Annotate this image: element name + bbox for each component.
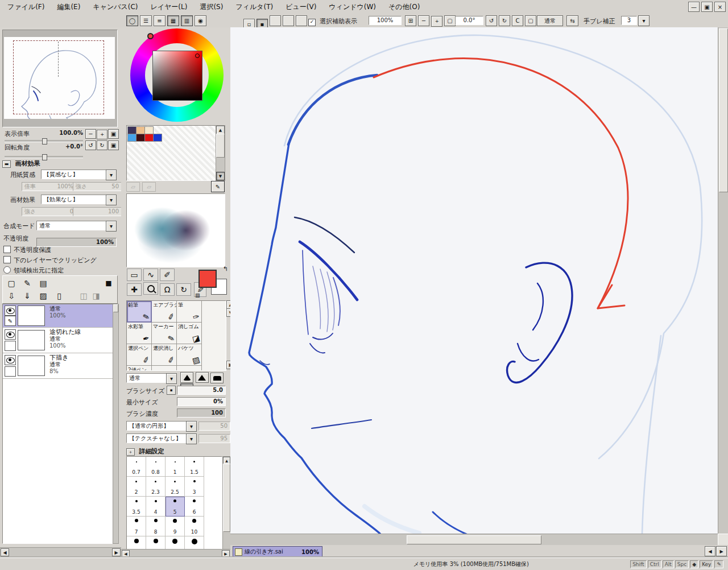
material-effect-select[interactable]: 【効果なし】 bbox=[41, 195, 107, 204]
scroll-right-icon[interactable]: ▶ bbox=[112, 548, 121, 556]
foreground-color-swatch[interactable] bbox=[198, 270, 217, 288]
active-paint-icon[interactable]: ✎ bbox=[5, 316, 16, 326]
hue-marker[interactable] bbox=[147, 33, 154, 39]
nav-angle-slider-thumb[interactable] bbox=[42, 154, 47, 160]
nav-rotate-reset-button[interactable]: ▣ bbox=[108, 141, 119, 150]
restore-button[interactable]: ▣ bbox=[701, 2, 713, 12]
size-5[interactable]: 5 bbox=[166, 497, 185, 517]
view-reset-button[interactable]: ▢ bbox=[525, 15, 536, 26]
zoom-in-button[interactable]: ＋ bbox=[431, 16, 442, 27]
menu-2[interactable]: キャンバス(C) bbox=[86, 0, 144, 14]
view-normal-button[interactable]: 通常 bbox=[537, 15, 563, 26]
delete-layer-button[interactable]: ▯ bbox=[53, 290, 65, 301]
size-3.5[interactable]: 3.5 bbox=[127, 497, 146, 517]
paper-texture-select[interactable]: 【質感なし】 bbox=[41, 170, 107, 179]
min-size-slider[interactable]: 0% bbox=[177, 397, 226, 406]
transparent-color-icon[interactable]: ▨ bbox=[195, 292, 200, 298]
nav-zoom-slider[interactable] bbox=[5, 140, 83, 142]
menu-3[interactable]: レイヤー(L) bbox=[144, 0, 194, 14]
nav-zoom-out-button[interactable]: − bbox=[85, 129, 96, 139]
layer-extra-box[interactable] bbox=[5, 366, 16, 377]
swap-colors-icon[interactable]: ↰ bbox=[223, 265, 228, 272]
expand-icon[interactable]: ＋ bbox=[126, 448, 135, 456]
close-button[interactable]: × bbox=[714, 2, 726, 12]
size-2[interactable]: 2 bbox=[127, 477, 146, 497]
swatch-scroll-up-icon[interactable]: ▲ bbox=[216, 126, 225, 134]
layer-visibility-toggle[interactable] bbox=[5, 305, 16, 316]
hue-wheel[interactable] bbox=[130, 28, 224, 122]
clipping-checkbox[interactable]: 下のレイヤーでクリッピング bbox=[3, 256, 97, 265]
document-tab[interactable]: 線の引き方.sai 100% bbox=[233, 546, 322, 557]
edge-soft-icon[interactable] bbox=[180, 372, 193, 383]
angle-value-field[interactable]: 0.0° bbox=[455, 16, 483, 25]
swatch-prev-button[interactable]: ▱ bbox=[126, 182, 140, 192]
navigator-view-rect[interactable] bbox=[13, 40, 104, 114]
layer-visibility-toggle[interactable] bbox=[5, 329, 16, 340]
hscroll-thumb[interactable] bbox=[407, 535, 541, 544]
nav-rotate-cw-button[interactable]: ↻ bbox=[97, 141, 107, 150]
blend-mode-select[interactable]: 通常 bbox=[36, 221, 108, 230]
layer-list-scroll-thumb[interactable] bbox=[113, 304, 118, 312]
rotate-canvas-tool[interactable]: Ω bbox=[160, 283, 175, 296]
minimize-button[interactable]: — bbox=[688, 2, 700, 12]
brush-mode-dropdown-button[interactable]: ▾ bbox=[166, 373, 177, 384]
sv-marker[interactable] bbox=[195, 53, 200, 58]
brush-鉛筆[interactable]: 鉛筆✎ bbox=[127, 301, 152, 323]
size-6[interactable]: 6 bbox=[185, 497, 204, 517]
nav-zoom-slider-thumb[interactable] bbox=[42, 138, 47, 144]
layer-list-scrollbar[interactable] bbox=[113, 304, 119, 544]
color-swatch[interactable] bbox=[136, 134, 145, 142]
brush-選択ペン[interactable]: 選択ペン✐ bbox=[127, 344, 152, 366]
size-7[interactable]: 7 bbox=[127, 517, 146, 536]
wand-tool[interactable]: ✐ bbox=[160, 269, 175, 281]
material-effect-dropdown-button[interactable]: ▾ bbox=[106, 195, 117, 205]
lasso-tool[interactable]: ∿ bbox=[143, 269, 158, 281]
brush-水彩筆[interactable]: 水彩筆✒ bbox=[127, 323, 152, 344]
selection-source-radio[interactable]: 領域検出元に指定 bbox=[3, 266, 64, 275]
swatch-panel-toggle[interactable]: ▦ bbox=[167, 15, 179, 26]
paper-texture-dropdown-button[interactable]: ▾ bbox=[106, 170, 117, 180]
size-0.7[interactable]: 0.7 bbox=[127, 457, 146, 477]
brush-マーカー[interactable]: マーカー✎ bbox=[152, 323, 177, 344]
layer-thumbnail[interactable] bbox=[18, 305, 45, 326]
nav-rotate-ccw-button[interactable]: ↺ bbox=[85, 141, 96, 150]
flip-view-button[interactable]: ⇆ bbox=[566, 15, 578, 26]
scroll-right-icon[interactable]: ▶ bbox=[222, 550, 230, 557]
brush-消しゴム[interactable]: 消しゴム◪ bbox=[177, 323, 202, 344]
layer-visibility-toggle[interactable] bbox=[5, 355, 16, 365]
size-10[interactable]: 10 bbox=[185, 517, 204, 536]
size-2.5[interactable]: 2.5 bbox=[166, 477, 185, 497]
edge-hard-icon[interactable] bbox=[210, 373, 224, 383]
preserve-opacity-checkbox[interactable]: 不透明度保護 bbox=[3, 246, 51, 254]
size-9[interactable]: 9 bbox=[166, 517, 185, 536]
new-layer-button[interactable]: ▢ bbox=[5, 278, 18, 289]
brush-2値ペン[interactable]: 2値ペン✎ bbox=[127, 366, 152, 371]
swatch-next-button[interactable]: ▱ bbox=[142, 182, 156, 192]
rotate-cw-button[interactable]: ↻ bbox=[499, 15, 510, 26]
color-swatch[interactable] bbox=[153, 134, 162, 142]
size-8[interactable]: 8 bbox=[146, 517, 166, 536]
size-4[interactable]: 4 bbox=[146, 497, 166, 517]
size-1[interactable]: 1 bbox=[166, 457, 185, 477]
hsv-slider-toggle[interactable]: ≡ bbox=[154, 15, 166, 26]
edge-medium-icon[interactable] bbox=[196, 372, 209, 383]
canvas-vscrollbar[interactable] bbox=[718, 27, 728, 534]
swatch-scroll-thumb[interactable] bbox=[216, 134, 225, 158]
color-swatch[interactable] bbox=[144, 134, 154, 142]
size-grid-scrollbar[interactable]: ▲ ▼ bbox=[222, 456, 231, 557]
advanced-settings-header[interactable]: ＋ 詳細設定 bbox=[126, 447, 164, 456]
brush-エアブラシ[interactable]: エアブラシ✐ bbox=[152, 301, 177, 323]
layer-row-0[interactable]: ✎通常100% bbox=[3, 304, 113, 328]
size-3[interactable]: 3 bbox=[185, 477, 204, 497]
brush-empty-11[interactable] bbox=[177, 366, 202, 371]
navigator[interactable] bbox=[2, 30, 118, 127]
clear-layer-button[interactable]: ▨ bbox=[37, 290, 49, 301]
menu-4[interactable]: 選択(S) bbox=[193, 0, 229, 14]
mid-panel-scrollbar[interactable]: ◀ ▶ bbox=[121, 549, 230, 557]
brush-shape-dropdown-button[interactable]: ▾ bbox=[186, 421, 197, 432]
color-swatch[interactable] bbox=[136, 126, 145, 134]
zoom-value-field[interactable]: 100% bbox=[369, 16, 402, 25]
tab-scroll-right-icon[interactable]: ▶ bbox=[716, 546, 727, 556]
brush-筆[interactable]: 筆✑ bbox=[177, 301, 202, 323]
layer-thumbnail[interactable] bbox=[18, 330, 45, 350]
